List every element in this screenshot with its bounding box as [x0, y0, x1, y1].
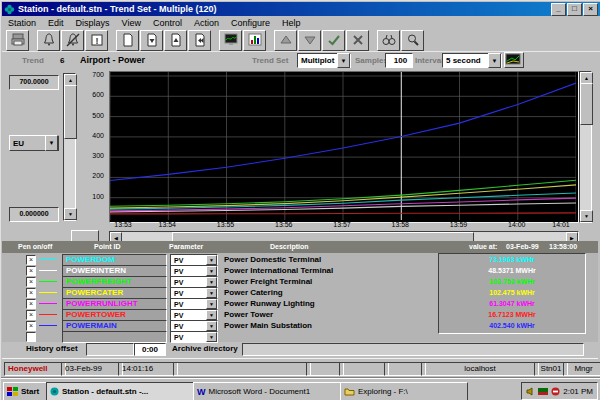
- close-button[interactable]: ×: [583, 3, 598, 16]
- range-max-box[interactable]: 700.0000: [9, 75, 59, 90]
- menu-station[interactable]: Station: [2, 18, 42, 28]
- menu-configure[interactable]: Configure: [225, 18, 276, 28]
- y-tick-label: 300: [78, 152, 104, 159]
- bell-button[interactable]: [37, 30, 60, 51]
- volume-icon[interactable]: [526, 387, 535, 396]
- start-button[interactable]: Start: [3, 382, 47, 400]
- monitor-button[interactable]: [219, 30, 242, 51]
- bar-chart-button[interactable]: [243, 30, 266, 51]
- alarm-tray-icon[interactable]: [551, 387, 560, 396]
- chevron-down-icon[interactable]: ▼: [488, 53, 501, 68]
- page-down-icon: [144, 33, 160, 47]
- chevron-down-icon[interactable]: ▼: [45, 135, 58, 151]
- interval-select[interactable]: 5 second▼: [442, 53, 502, 68]
- taskbar: Start Station - default.stn -... W Micro…: [1, 378, 600, 400]
- maximize-button[interactable]: □: [567, 3, 582, 16]
- bell-slash-button[interactable]: [61, 30, 84, 51]
- pen-color-sample: [39, 259, 57, 260]
- point-description: Power Main Substation: [224, 321, 312, 330]
- pen-checkbox[interactable]: ×: [26, 277, 36, 287]
- page-button[interactable]: [116, 30, 139, 51]
- right-scrollbar[interactable]: ▲ ▼: [579, 71, 592, 223]
- check-button[interactable]: [322, 30, 345, 51]
- page-up-button[interactable]: [164, 30, 187, 51]
- y-tick-label: 700: [78, 71, 104, 78]
- pen-checkbox[interactable]: ×: [26, 266, 36, 276]
- chevron-down-icon[interactable]: ▼: [206, 332, 217, 342]
- menu-help[interactable]: Help: [276, 18, 307, 28]
- page-down-button[interactable]: [140, 30, 163, 51]
- range-min-box[interactable]: 0.000000: [9, 207, 59, 222]
- title-bar[interactable]: Station - default.stn - Trend Set - Mult…: [2, 2, 600, 16]
- pen-color-sample: [39, 292, 57, 293]
- station-app-icon: [4, 4, 15, 15]
- chevron-down-icon[interactable]: ▼: [206, 299, 217, 309]
- menu-action[interactable]: Action: [188, 18, 225, 28]
- minimize-button[interactable]: _: [551, 3, 566, 16]
- pen-checkbox[interactable]: ×: [26, 288, 36, 298]
- x-tick-label: 13:58: [386, 221, 414, 228]
- unit-select[interactable]: EU▼: [9, 135, 59, 151]
- x-tick-label: 13:54: [153, 221, 181, 228]
- col-parameter: Parameter: [169, 243, 203, 250]
- scrollbar-thumb[interactable]: [580, 83, 593, 125]
- status-empty-1: [173, 362, 311, 376]
- menu-edit[interactable]: Edit: [42, 18, 70, 28]
- menu-view[interactable]: View: [116, 18, 147, 28]
- binoculars-button[interactable]: [377, 30, 400, 51]
- page-first-button[interactable]: [188, 30, 211, 51]
- history-offset-field[interactable]: [86, 343, 134, 356]
- pen-checkbox[interactable]: ×: [26, 310, 36, 320]
- pen-color-sample: [39, 303, 57, 304]
- toolbar-separator: [370, 31, 377, 50]
- page-up-icon: [168, 33, 184, 47]
- toolbar-separator: [212, 31, 219, 50]
- x-axis: 13:5313:5413:5513:5613:5713:5813:5914:00…: [109, 221, 577, 230]
- x-tick-label: 13:57: [328, 221, 356, 228]
- samples-input[interactable]: 100: [385, 53, 413, 68]
- chevron-down-icon[interactable]: ▼: [337, 53, 350, 68]
- trend-plot[interactable]: [109, 71, 579, 223]
- pen-checkbox[interactable]: ×: [26, 321, 36, 331]
- printer-button[interactable]: [6, 30, 29, 51]
- trend-display-button[interactable]: [504, 52, 524, 68]
- pen-color-sample: [39, 270, 57, 271]
- point-value: 102.475 kWHr: [439, 289, 585, 296]
- up-triangle-button[interactable]: [274, 30, 297, 51]
- zoom-button[interactable]: [401, 30, 424, 51]
- trend-set-select[interactable]: Multiplot▼: [297, 53, 351, 68]
- archive-directory-field[interactable]: [242, 343, 584, 356]
- chevron-down-icon[interactable]: ▼: [206, 288, 217, 298]
- station-tray-icon[interactable]: [538, 387, 548, 396]
- chevron-down-icon[interactable]: ▼: [206, 266, 217, 276]
- history-offset-value[interactable]: 0:00: [134, 343, 166, 356]
- chevron-down-icon[interactable]: ▼: [206, 321, 217, 331]
- x-tick-label: 13:53: [109, 221, 137, 228]
- chevron-down-icon[interactable]: ▼: [206, 310, 217, 320]
- x-tick-label: 13:56: [270, 221, 298, 228]
- x-tick-label: 13:55: [212, 221, 240, 228]
- task-explorer[interactable]: Exploring - F:\: [340, 382, 468, 400]
- chevron-down-icon[interactable]: ▼: [206, 255, 217, 265]
- task-word[interactable]: W Microsoft Word - Document1: [193, 382, 343, 400]
- menu-displays[interactable]: Displays: [70, 18, 116, 28]
- task-station[interactable]: Station - default.stn -...: [46, 382, 196, 400]
- pen-checkbox[interactable]: ×: [26, 299, 36, 309]
- menu-control[interactable]: Control: [147, 18, 188, 28]
- close-button[interactable]: [346, 30, 369, 51]
- chevron-down-icon[interactable]: ▼: [206, 277, 217, 287]
- down-triangle-button[interactable]: [298, 30, 321, 51]
- toolbar: !: [2, 29, 600, 52]
- history-offset-label: History offset: [26, 344, 78, 353]
- scroll-down-icon[interactable]: ▼: [580, 210, 593, 222]
- point-value: 61.3047 kWHr: [439, 300, 585, 307]
- trend-number: 6: [60, 56, 64, 65]
- col-point-id: Point ID: [94, 243, 120, 250]
- pen-checkbox[interactable]: ×: [26, 255, 36, 265]
- pen-checkbox[interactable]: [26, 332, 36, 342]
- bell-slash-icon: [65, 33, 81, 47]
- alert-button[interactable]: !: [85, 30, 108, 51]
- point-description: Power International Terminal: [224, 266, 333, 275]
- archive-directory-label: Archive directory: [172, 344, 238, 353]
- svg-text:!: !: [95, 36, 98, 46]
